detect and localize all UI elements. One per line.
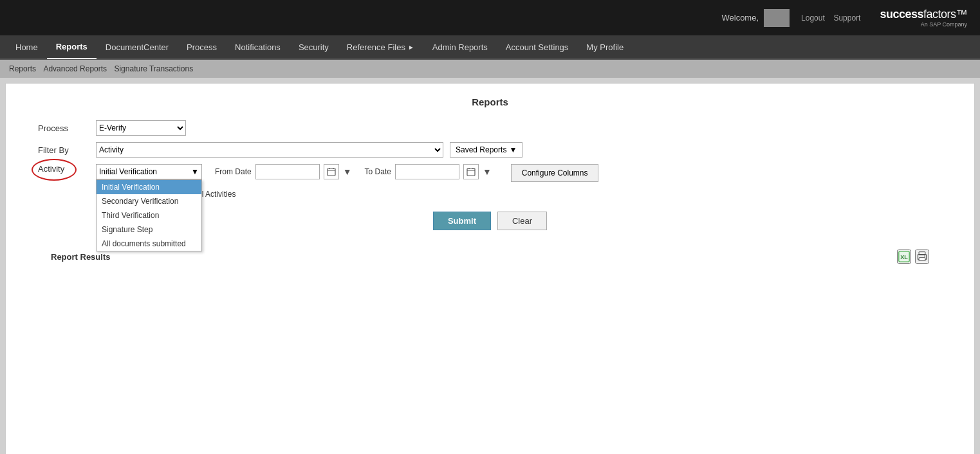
- from-date-calendar-button[interactable]: [324, 164, 339, 179]
- activity-option-all-docs[interactable]: All documents submitted: [97, 237, 201, 251]
- from-date-label: From Date: [215, 167, 252, 176]
- support-link[interactable]: Support: [833, 14, 860, 23]
- page-title: Reports: [25, 96, 955, 107]
- saved-reports-label: Saved Reports: [456, 145, 506, 154]
- saved-reports-button[interactable]: Saved Reports ▼: [450, 142, 522, 158]
- nav-my-profile[interactable]: My Profile: [577, 35, 633, 59]
- svg-rect-4: [467, 168, 475, 176]
- breadcrumb-advanced-reports[interactable]: Advanced Reports: [43, 64, 107, 73]
- to-calendar-icon: [467, 167, 476, 176]
- calendar-icon: [327, 167, 336, 176]
- process-row: Process E-Verify: [38, 120, 942, 136]
- svg-text:XL: XL: [900, 254, 908, 260]
- to-date-calendar-button[interactable]: [463, 164, 479, 179]
- from-date-input[interactable]: [255, 164, 320, 179]
- welcome-text: Welcome,: [721, 13, 759, 23]
- activity-option-initial[interactable]: Initial Verification: [97, 180, 201, 194]
- nav-notifications[interactable]: Notifications: [226, 35, 290, 59]
- main-content: Reports Process E-Verify Filter By Activ…: [5, 83, 975, 454]
- activity-option-third[interactable]: Third Verification: [97, 208, 201, 222]
- to-date-label: To Date: [365, 167, 391, 176]
- print-button[interactable]: [915, 250, 929, 264]
- breadcrumb-sep-1: [39, 64, 41, 73]
- activity-label-text: Activity: [38, 164, 64, 174]
- saved-reports-arrow: ▼: [509, 145, 517, 154]
- nav-document-center[interactable]: DocumentCenter: [97, 35, 178, 59]
- activity-dropdown-container: Initial Verification ▼ Initial Verificat…: [96, 164, 202, 179]
- radio-area: Completed Activities All Activities: [98, 188, 942, 199]
- process-label: Process: [38, 123, 89, 133]
- process-select[interactable]: E-Verify: [96, 120, 186, 136]
- form-area: Process E-Verify Filter By Activity Save…: [25, 120, 955, 264]
- export-excel-button[interactable]: XL: [897, 250, 911, 264]
- activity-selected-value: Initial Verification: [99, 167, 157, 176]
- svg-point-13: [924, 255, 925, 257]
- nav-process[interactable]: Process: [178, 35, 226, 59]
- from-date-dropdown-btn[interactable]: ▼: [343, 167, 352, 177]
- svg-rect-0: [328, 168, 335, 176]
- from-date-area: From Date ▼: [215, 164, 352, 179]
- top-bar: Welcome, Logout Support successfactors™ …: [0, 0, 980, 35]
- sf-logo: successfactors™ An SAP Company: [880, 8, 967, 28]
- sf-logo-text: successfactors™: [880, 8, 967, 21]
- user-avatar: [764, 9, 790, 27]
- logo-sub: An SAP Company: [921, 21, 967, 28]
- activity-form-label: Activity: [38, 164, 89, 174]
- top-links: Logout Support: [795, 13, 860, 23]
- report-results-area: Report Results XL: [38, 250, 942, 264]
- submit-button[interactable]: Submit: [433, 212, 491, 230]
- breadcrumb-sep-2: [109, 64, 111, 73]
- logout-link[interactable]: Logout: [801, 14, 825, 23]
- configure-columns-button[interactable]: Configure Columns: [511, 164, 599, 182]
- report-icons: XL: [897, 250, 929, 264]
- activity-select-display[interactable]: Initial Verification ▼: [96, 164, 202, 179]
- to-date-input[interactable]: [395, 164, 459, 179]
- logo-factors: factors: [923, 8, 956, 21]
- top-right-section: Welcome, Logout Support successfactors™ …: [13, 8, 967, 28]
- nav-reports[interactable]: Reports: [47, 35, 97, 59]
- logo-success: success: [880, 8, 923, 21]
- filter-by-row: Filter By Activity Saved Reports ▼: [38, 142, 942, 158]
- filter-by-select[interactable]: Activity: [96, 142, 443, 158]
- reference-files-arrow: ►: [408, 44, 414, 51]
- nav-account-settings[interactable]: Account Settings: [497, 35, 578, 59]
- print-icon: [916, 250, 928, 264]
- nav-security[interactable]: Security: [290, 35, 338, 59]
- clear-button[interactable]: Clear: [497, 212, 547, 230]
- filter-by-label: Filter By: [38, 145, 89, 155]
- activity-option-secondary[interactable]: Secondary Verification: [97, 194, 201, 208]
- nav-reference-files[interactable]: Reference Files ►: [338, 35, 423, 59]
- nav-bar: Home Reports DocumentCenter Process Noti…: [0, 35, 980, 60]
- report-results-title: Report Results: [51, 252, 110, 262]
- nav-home[interactable]: Home: [6, 35, 47, 59]
- activity-row: Activity Initial Verification ▼ Initial …: [38, 164, 942, 182]
- report-results-header: Report Results XL: [51, 250, 929, 264]
- activity-dropdown[interactable]: Initial Verification Secondary Verificat…: [96, 179, 202, 251]
- to-date-area: To Date ▼: [365, 164, 492, 179]
- breadcrumb-current: Signature Transactions: [114, 64, 193, 73]
- nav-admin-reports[interactable]: Admin Reports: [423, 35, 497, 59]
- activity-dropdown-arrow: ▼: [191, 167, 199, 176]
- breadcrumb-reports[interactable]: Reports: [9, 64, 36, 73]
- svg-rect-12: [919, 258, 925, 261]
- excel-icon: XL: [898, 250, 910, 264]
- to-date-dropdown-btn[interactable]: ▼: [483, 167, 492, 177]
- activity-option-signature[interactable]: Signature Step: [97, 222, 201, 237]
- breadcrumb: Reports Advanced Reports Signature Trans…: [0, 60, 980, 78]
